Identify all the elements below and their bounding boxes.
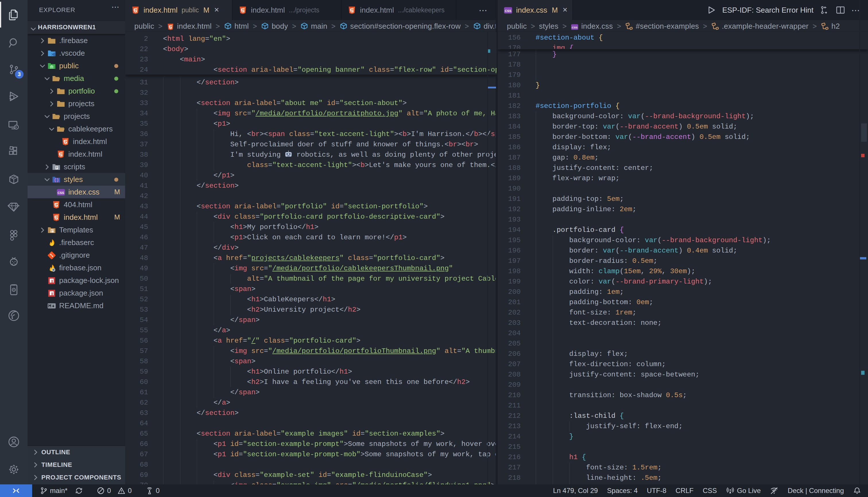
svg-text:{}: {} [54, 178, 59, 183]
svg-text:CSS: CSS [572, 26, 578, 29]
svg-text:CSS: CSS [57, 191, 64, 195]
svg-text:CSS: CSS [505, 9, 512, 13]
